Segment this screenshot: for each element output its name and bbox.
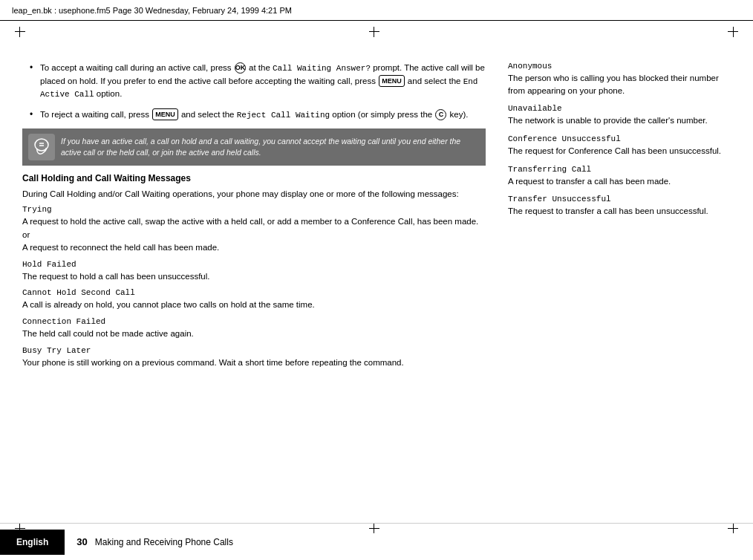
end-active-call-option: End Active Call: [40, 77, 477, 100]
term-block-trying: Trying A request to hold the active call…: [22, 205, 486, 253]
term-trying: Trying: [22, 205, 486, 214]
bullet-text-2: To reject a waiting call, press MENU and…: [40, 108, 469, 122]
term-block-transferring-call: Transferring Call A request to transfer …: [508, 165, 731, 188]
term-block-unavailable: Unavailable The network is unable to pro…: [508, 104, 731, 127]
bullet-text-1: To accept a waiting call during an activ…: [40, 62, 486, 101]
c-key: C: [435, 109, 446, 120]
note-icon: [28, 134, 55, 160]
menu-key-2: MENU: [152, 108, 178, 120]
term-connection-failed: Connection Failed: [22, 317, 486, 326]
def-conference-unsuccessful: The request for Conference Call has been…: [508, 145, 731, 157]
term-cannot-hold: Cannot Hold Second Call: [22, 288, 486, 297]
term-block-hold-failed: Hold Failed The request to hold a call h…: [22, 260, 486, 283]
page-container: leap_en.bk : usephone.fm5 Page 30 Wednes…: [0, 0, 753, 560]
def-unavailable: The network is unable to provide the cal…: [508, 114, 731, 127]
def-transferring-call: A request to transfer a call has been ma…: [508, 175, 731, 188]
term-conference-unsuccessful: Conference Unsuccessful: [508, 134, 731, 143]
def-connection-failed: The held call could not be made active a…: [22, 328, 486, 340]
header-text: leap_en.bk : usephone.fm5 Page 30 Wednes…: [12, 6, 292, 15]
bullet-dot-2: •: [30, 109, 36, 120]
chapter-title: Making and Receiving Phone Calls: [95, 537, 233, 547]
menu-key-1: MENU: [379, 75, 405, 87]
term-transfer-unsuccessful: Transfer Unsuccessful: [508, 195, 731, 204]
def-cannot-hold: A call is already on hold, you cannot pl…: [22, 299, 486, 311]
term-block-anonymous: Anonymous The person who is calling you …: [508, 62, 731, 97]
note-symbol-icon: [32, 137, 51, 157]
term-block-conference-unsuccessful: Conference Unsuccessful The request for …: [508, 134, 731, 157]
note-box: If you have an active call, a call on ho…: [22, 128, 486, 166]
term-unavailable: Unavailable: [508, 104, 731, 113]
page-number: 30: [76, 536, 87, 547]
content-area: • To accept a waiting call during an act…: [0, 21, 753, 523]
term-block-transfer-unsuccessful: Transfer Unsuccessful The request to tra…: [508, 195, 731, 218]
bullet-item-1: • To accept a waiting call during an act…: [22, 62, 486, 101]
or-text-trying: or: [22, 230, 486, 239]
term-busy-try-later: Busy Try Later: [22, 346, 486, 355]
section-heading: Call Holding and Call Waiting Messages: [22, 173, 486, 183]
left-column: • To accept a waiting call during an act…: [22, 62, 486, 508]
page-header: leap_en.bk : usephone.fm5 Page 30 Wednes…: [0, 0, 753, 21]
reject-call-waiting-option: Reject Call Waiting: [237, 111, 330, 120]
term-block-busy-try-later: Busy Try Later Your phone is still worki…: [22, 346, 486, 369]
ok-key-1: OK: [235, 62, 246, 74]
section-intro: During Call Holding and/or Call Waiting …: [22, 188, 486, 201]
def-transfer-unsuccessful: The request to transfer a call has been …: [508, 205, 731, 218]
bullet-item-2: • To reject a waiting call, press MENU a…: [22, 108, 486, 122]
def-trying-1: A request to hold the active call, swap …: [22, 215, 486, 228]
def-hold-failed: The request to hold a call has been unsu…: [22, 270, 486, 283]
language-label: English: [16, 537, 48, 547]
def-anonymous: The person who is calling you has blocke…: [508, 72, 731, 97]
note-text: If you have an active call, a call on ho…: [61, 136, 480, 157]
term-block-connection-failed: Connection Failed The held call could no…: [22, 317, 486, 340]
term-block-cannot-hold: Cannot Hold Second Call A call is alread…: [22, 288, 486, 311]
term-transferring-call: Transferring Call: [508, 165, 731, 174]
right-column: Anonymous The person who is calling you …: [508, 62, 731, 508]
prompt-call-waiting-answer: Call Waiting Answer?: [273, 64, 371, 73]
def-busy-try-later: Your phone is still working on a previou…: [22, 356, 486, 369]
term-hold-failed: Hold Failed: [22, 260, 486, 269]
footer: English 30 Making and Receiving Phone Ca…: [0, 523, 753, 560]
language-tab: English: [0, 530, 65, 555]
term-anonymous: Anonymous: [508, 62, 731, 71]
bullet-dot-1: •: [30, 62, 36, 73]
def-trying-2: A request to reconnect the held call has…: [22, 241, 486, 254]
